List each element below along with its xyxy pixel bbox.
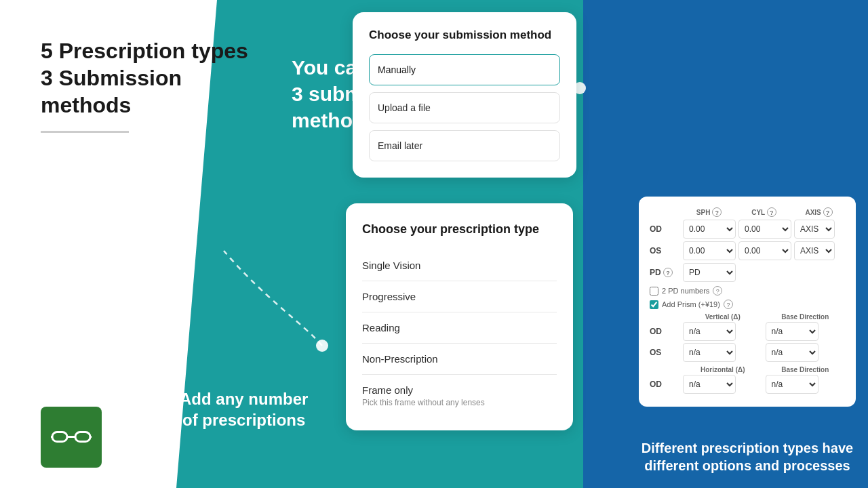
add-prism-help-icon[interactable]: ?: [724, 300, 733, 309]
add-prism-label: Add Prism (+¥19): [662, 300, 720, 308]
form-col-axis: AXIS ?: [793, 207, 845, 217]
prism-label-od-v: OD: [650, 327, 680, 336]
headline: 5 Prescription types 3 Submission method…: [41, 37, 248, 119]
add-prescriptions-text: Add any number of prescriptions: [180, 388, 308, 430]
prescription-card-title: Choose your prescription type: [362, 222, 557, 237]
prescription-item-non-prescription[interactable]: Non-Prescription: [362, 344, 557, 375]
prism-od-h-dir-select[interactable]: n/a: [766, 375, 818, 394]
two-pd-help-icon[interactable]: ?: [713, 286, 722, 296]
form-add-prism-row: Add Prism (+¥19) ?: [650, 300, 845, 309]
add-prescriptions-line1: Add any number: [180, 388, 308, 409]
two-pd-label: 2 PD numbers: [662, 287, 709, 295]
bottom-right-text: Different prescription types have differ…: [639, 439, 856, 474]
pd-help-icon[interactable]: ?: [663, 268, 673, 277]
prism-row-od-h: OD n/a n/a: [650, 375, 845, 394]
svg-point-5: [316, 340, 328, 352]
prescription-item-single-vision[interactable]: Single Vision: [362, 250, 557, 281]
prism-os-v-select[interactable]: n/a: [683, 343, 736, 362]
form-row-od: OD 0.00 0.00 AXIS: [650, 220, 845, 239]
form-label-pd: PD ?: [650, 268, 680, 277]
logo-icon: [51, 424, 92, 451]
form-od-axis-select[interactable]: AXIS: [794, 220, 835, 239]
submission-item-manually[interactable]: Manually: [369, 54, 560, 85]
left-divider: [41, 131, 129, 133]
bottom-right-label: Different prescription types have differ…: [642, 441, 853, 473]
prescription-item-frame-only[interactable]: Frame only Pick this frame without any l…: [362, 375, 557, 417]
form-label-os: OS: [650, 246, 680, 256]
form-card: SPH ? CYL ? AXIS ? OD 0.00 0.00 AXIS OS …: [639, 197, 856, 407]
form-os-cyl-select[interactable]: 0.00: [738, 241, 791, 260]
bottom-dashed-arrow: [197, 230, 332, 352]
form-os-axis-select[interactable]: AXIS: [794, 241, 835, 260]
submission-item-upload[interactable]: Upload a file: [369, 92, 560, 123]
form-header-row: SPH ? CYL ? AXIS ?: [650, 207, 845, 217]
prism-od-v-dir-select[interactable]: n/a: [766, 322, 818, 341]
submission-card-title: Choose your submission method: [369, 28, 560, 42]
prism-label-os-v: OS: [650, 348, 680, 357]
cyl-help-icon[interactable]: ?: [767, 207, 776, 217]
prescription-label-non-prescription: Non-Prescription: [362, 353, 438, 365]
prism-horizontal-header: Horizontal (Δ) Base Direction: [650, 366, 845, 373]
prescription-label-single-vision: Single Vision: [362, 260, 420, 271]
sph-help-icon[interactable]: ?: [712, 207, 722, 217]
form-os-sph-select[interactable]: 0.00: [683, 241, 736, 260]
headline-line1: 5 Prescription types: [41, 37, 248, 64]
prism-vertical-col: Vertical (Δ): [683, 313, 763, 321]
prescription-sub-frame-only: Pick this frame without any lenses: [362, 398, 557, 407]
prism-os-v-dir-select[interactable]: n/a: [766, 343, 818, 362]
form-two-pd-row: 2 PD numbers ?: [650, 286, 845, 296]
prescription-label-reading: Reading: [362, 322, 400, 333]
form-col-cyl: CYL ?: [738, 207, 790, 217]
submission-item-label-manually: Manually: [378, 64, 416, 75]
headline-line2: 3 Submission: [41, 64, 248, 92]
prism-row-os-v: OS n/a n/a: [650, 343, 845, 362]
headline-line3: methods: [41, 92, 248, 119]
form-pd-row: PD ? PD: [650, 263, 845, 282]
submission-item-label-upload: Upload a file: [378, 102, 431, 113]
prescription-item-progressive[interactable]: Progressive: [362, 281, 557, 312]
left-section: 5 Prescription types 3 Submission method…: [41, 37, 248, 133]
prism-od-h-select[interactable]: n/a: [683, 375, 736, 394]
prescription-item-reading[interactable]: Reading: [362, 312, 557, 344]
prism-row-od-v: OD n/a n/a: [650, 322, 845, 341]
svg-rect-0: [52, 432, 67, 442]
axis-help-icon[interactable]: ?: [823, 207, 833, 217]
two-pd-checkbox[interactable]: [650, 287, 658, 296]
submission-item-label-email: Email later: [378, 140, 422, 151]
svg-rect-1: [75, 432, 90, 442]
form-pd-select[interactable]: PD: [683, 263, 736, 282]
prism-base-direction-col1: Base Direction: [766, 313, 846, 321]
form-od-sph-select[interactable]: 0.00: [683, 220, 736, 239]
prescription-label-progressive: Progressive: [362, 291, 416, 302]
logo: [41, 407, 102, 468]
add-prescriptions-line2: of prescriptions: [180, 409, 308, 430]
form-col-sph: SPH ?: [683, 207, 735, 217]
submission-item-email[interactable]: Email later: [369, 130, 560, 161]
prescription-label-frame-only: Frame only: [362, 384, 413, 396]
form-row-os: OS 0.00 0.00 AXIS: [650, 241, 845, 260]
prism-base-direction-col2: Base Direction: [766, 366, 846, 373]
prescription-card: Choose your prescription type Single Vis…: [346, 203, 573, 430]
prism-vertical-header: Vertical (Δ) Base Direction: [650, 313, 845, 321]
add-prism-checkbox[interactable]: [650, 300, 658, 309]
prism-horizontal-col: Horizontal (Δ): [683, 366, 763, 373]
form-od-cyl-select[interactable]: 0.00: [738, 220, 791, 239]
prism-label-od-h: OD: [650, 380, 680, 389]
submission-card: Choose your submission method Manually U…: [353, 12, 576, 178]
form-label-od: OD: [650, 224, 680, 234]
prism-od-v-select[interactable]: n/a: [683, 322, 736, 341]
